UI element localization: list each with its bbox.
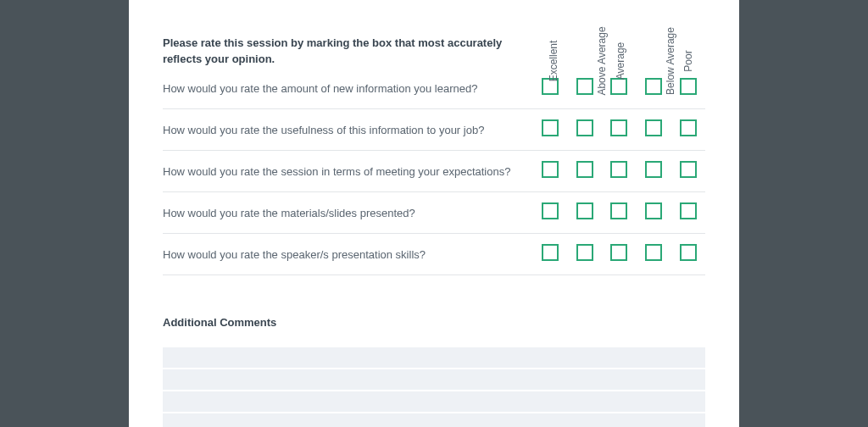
checkbox-q2-average[interactable]	[610, 119, 627, 136]
checkbox-q2-above-average[interactable]	[576, 119, 593, 136]
rating-table: Please rate this session by marking the …	[163, 8, 705, 275]
checkbox-q4-poor[interactable]	[680, 202, 697, 219]
checkbox-q5-above-average[interactable]	[576, 244, 593, 261]
checkbox-q3-below-average[interactable]	[645, 161, 662, 178]
question-row: How would you rate the materials/slides …	[163, 192, 705, 234]
checkbox-q5-below-average[interactable]	[645, 244, 662, 261]
question-text: How would you rate the speaker/s present…	[163, 234, 533, 275]
form-page: Please rate this session by marking the …	[129, 0, 739, 427]
question-text: How would you rate the materials/slides …	[163, 192, 533, 234]
question-text: How would you rate the session in terms …	[163, 151, 533, 192]
checkbox-q4-above-average[interactable]	[576, 202, 593, 219]
question-row: How would you rate the session in terms …	[163, 151, 705, 192]
checkbox-q3-above-average[interactable]	[576, 161, 593, 178]
question-text: How would you rate the amount of new inf…	[163, 68, 533, 109]
option-header-below-average: Below Average	[637, 8, 671, 68]
question-row: How would you rate the usefulness of thi…	[163, 109, 705, 151]
comment-line	[163, 391, 705, 413]
comment-line	[163, 369, 705, 391]
checkbox-q3-average[interactable]	[610, 161, 627, 178]
rating-instruction: Please rate this session by marking the …	[163, 8, 533, 68]
checkbox-q3-excellent[interactable]	[542, 161, 559, 178]
question-row: How would you rate the speaker/s present…	[163, 234, 705, 275]
checkbox-q1-average[interactable]	[610, 78, 627, 95]
question-text: How would you rate the usefulness of thi…	[163, 109, 533, 151]
comment-line	[163, 347, 705, 369]
checkbox-q4-excellent[interactable]	[542, 202, 559, 219]
checkbox-q5-excellent[interactable]	[542, 244, 559, 261]
checkbox-q3-poor[interactable]	[680, 161, 697, 178]
checkbox-q4-below-average[interactable]	[645, 202, 662, 219]
option-header-above-average: Above Average	[567, 8, 602, 68]
rating-header-row: Please rate this session by marking the …	[163, 8, 705, 68]
checkbox-q1-poor[interactable]	[680, 78, 697, 95]
checkbox-q2-below-average[interactable]	[645, 119, 662, 136]
checkbox-q2-excellent[interactable]	[542, 119, 559, 136]
checkbox-q5-poor[interactable]	[680, 244, 697, 261]
checkbox-q2-poor[interactable]	[680, 119, 697, 136]
comments-heading: Additional Comments	[163, 316, 705, 329]
checkbox-q4-average[interactable]	[610, 202, 627, 219]
checkbox-q1-above-average[interactable]	[576, 78, 593, 95]
comments-textarea[interactable]	[163, 347, 705, 427]
comment-line	[163, 413, 705, 427]
option-header-excellent: Excellent	[533, 8, 568, 68]
checkbox-q5-average[interactable]	[610, 244, 627, 261]
checkbox-q1-below-average[interactable]	[645, 78, 662, 95]
